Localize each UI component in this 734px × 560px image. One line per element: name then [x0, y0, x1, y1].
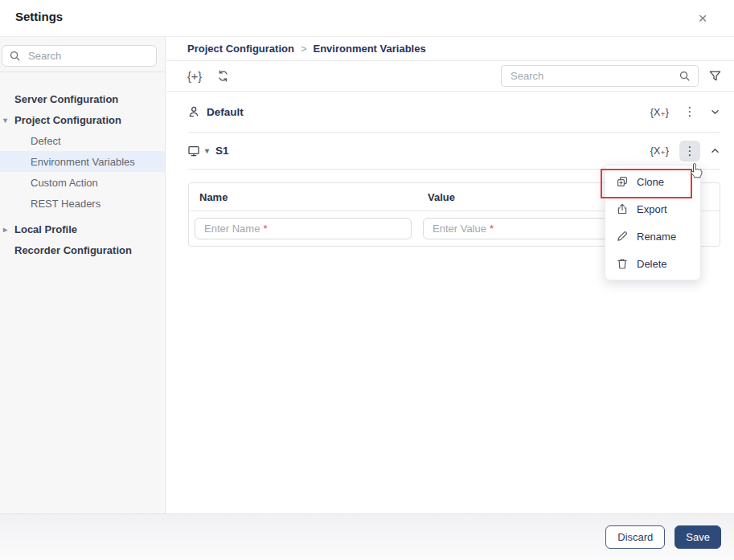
- sidebar-item-local-profile[interactable]: ▸ Local Profile: [0, 219, 165, 239]
- expand-group-button[interactable]: [709, 106, 721, 118]
- sidebar-item-environment-variables[interactable]: Environment Variables: [0, 151, 165, 172]
- menu-item-delete[interactable]: Delete: [605, 250, 700, 277]
- sidebar-nav: Server Configuration ▾ Project Configura…: [0, 88, 165, 260]
- column-header-name: Name: [189, 191, 417, 203]
- context-menu: Clone Export Rename Delete: [605, 165, 701, 280]
- footer-bar: Discard Save: [0, 513, 734, 560]
- chevron-down-icon: [709, 106, 721, 118]
- main-panel: Project Configuration > Environment Vari…: [166, 37, 734, 513]
- monitor-icon: [187, 145, 200, 157]
- sidebar-item-defect[interactable]: Defect: [0, 130, 165, 151]
- add-env-variable-button[interactable]: {X₊}: [649, 145, 670, 157]
- kebab-icon: ⋮: [684, 144, 696, 158]
- kebab-menu-button-active[interactable]: ⋮: [679, 141, 700, 161]
- close-button[interactable]: ×: [692, 7, 713, 30]
- sidebar-divider: [0, 72, 165, 72]
- group-s1-label-wrap: ▾ S1: [187, 145, 229, 157]
- caret-right-icon: ▸: [3, 219, 7, 239]
- breadcrumb-current: Environment Variables: [313, 43, 425, 55]
- caret-down-icon: ▾: [3, 109, 7, 130]
- required-marker: *: [490, 223, 494, 235]
- group-header-default[interactable]: Default {X₊} ⋮: [166, 92, 734, 132]
- group-default-actions: {X₊} ⋮: [649, 101, 721, 122]
- sidebar-item-rest-headers[interactable]: REST Headers: [0, 193, 165, 214]
- add-env-variable-button[interactable]: {X₊}: [649, 106, 670, 118]
- clone-icon: [616, 175, 629, 188]
- group-dropdown-caret-icon[interactable]: ▾: [205, 146, 209, 155]
- value-placeholder: Enter Value: [433, 223, 486, 235]
- variables-search-box[interactable]: [501, 65, 699, 87]
- search-icon: [9, 50, 21, 62]
- title-bar: Settings ×: [0, 0, 734, 37]
- save-button[interactable]: Save: [675, 525, 721, 549]
- group-header-s1[interactable]: ▾ S1 {X₊} ⋮: [166, 133, 734, 169]
- dialog-title: Settings: [15, 10, 63, 23]
- toolbar: {+}: [166, 61, 734, 92]
- group-default-label-wrap: Default: [187, 105, 244, 118]
- menu-item-export[interactable]: Export: [605, 195, 700, 223]
- group-name: S1: [215, 145, 229, 157]
- chevron-up-icon: [709, 145, 721, 157]
- breadcrumb-parent[interactable]: Project Configuration: [187, 43, 294, 55]
- discard-button[interactable]: Discard: [605, 525, 665, 549]
- kebab-menu-button[interactable]: ⋮: [679, 101, 700, 122]
- search-icon: [679, 70, 691, 82]
- add-env-variable-icon: {X₊}: [650, 107, 669, 118]
- required-marker: *: [263, 223, 267, 235]
- collapse-group-button[interactable]: [709, 145, 721, 157]
- sidebar-search-box[interactable]: [2, 45, 157, 67]
- breadcrumb: Project Configuration > Environment Vari…: [166, 37, 734, 61]
- menu-item-rename[interactable]: Rename: [605, 223, 700, 250]
- sidebar-item-project-configuration[interactable]: ▾ Project Configuration: [0, 109, 165, 130]
- close-icon: ×: [698, 10, 707, 27]
- name-placeholder: Enter Name: [204, 223, 260, 235]
- sidebar-item-custom-action[interactable]: Custom Action: [0, 172, 165, 193]
- filter-icon: [708, 69, 722, 83]
- add-variable-icon: {+}: [187, 70, 202, 83]
- delete-icon: [616, 257, 629, 270]
- variables-search-input[interactable]: [509, 69, 674, 83]
- sidebar-search-input[interactable]: [27, 49, 150, 63]
- export-icon: [616, 202, 629, 215]
- breadcrumb-separator: >: [301, 43, 307, 55]
- group-name: Default: [207, 106, 244, 118]
- refresh-button[interactable]: [216, 69, 230, 83]
- sidebar-item-recorder-configuration[interactable]: Recorder Configuration: [0, 239, 165, 260]
- sidebar-item-server-configuration[interactable]: Server Configuration: [0, 88, 165, 109]
- name-input[interactable]: Enter Name *: [195, 218, 412, 239]
- filter-button[interactable]: [708, 69, 722, 83]
- refresh-icon: [216, 69, 230, 83]
- kebab-icon: ⋮: [684, 104, 696, 119]
- user-icon: [187, 105, 200, 118]
- menu-item-clone[interactable]: Clone: [605, 168, 700, 195]
- add-env-variable-icon: {X₊}: [650, 145, 669, 157]
- sidebar: Server Configuration ▾ Project Configura…: [0, 37, 166, 513]
- add-variable-button[interactable]: {+}: [187, 70, 202, 83]
- group-s1-actions: {X₊} ⋮: [649, 141, 721, 161]
- rename-icon: [616, 230, 629, 243]
